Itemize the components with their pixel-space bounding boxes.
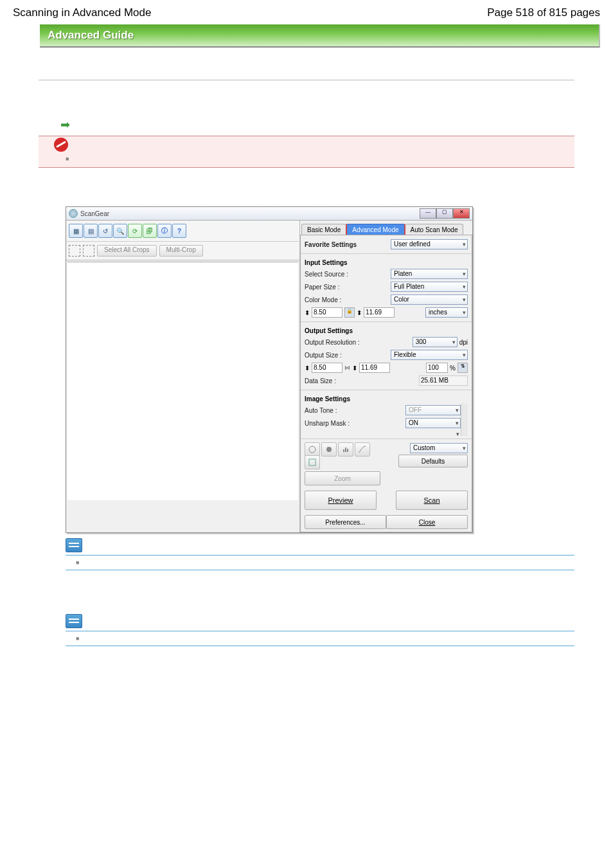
copy-icon[interactable]: 🗐 xyxy=(143,224,157,238)
settings-panel: Basic Mode Advanced Mode Auto Scan Mode … xyxy=(299,221,472,532)
note-bullet: ■ xyxy=(66,631,574,646)
svg-point-0 xyxy=(309,446,315,453)
select-source-select[interactable]: Platen xyxy=(391,269,468,279)
tab-basic-mode[interactable]: Basic Mode xyxy=(301,224,346,235)
input-height-field[interactable]: 11.69 xyxy=(364,307,395,318)
width-icon: ⬍ xyxy=(305,365,310,372)
scangear-window: ScanGear — ▢ ✕ ▦ ▤ ↺ 🔍 ⟳ 🗐 ⓘ ? xyxy=(66,206,473,533)
auto-tone-label: Auto Tone : xyxy=(305,407,337,414)
scan-button[interactable]: Scan xyxy=(396,491,468,510)
minimize-button[interactable]: — xyxy=(420,208,436,219)
important-bullet: ■ xyxy=(54,152,574,163)
color-mode-label: Color Mode : xyxy=(305,296,341,303)
data-size-value: 25.61 MB xyxy=(419,375,468,386)
image-settings-title: Image Settings xyxy=(305,393,468,404)
zoom-icon[interactable]: 🔍 xyxy=(113,224,127,238)
svg-rect-2 xyxy=(343,449,344,452)
toolbar: ▦ ▤ ↺ 🔍 ⟳ 🗐 ⓘ ? xyxy=(66,221,299,242)
link-icon[interactable]: ⋈ xyxy=(344,365,350,371)
auto-tone-select[interactable]: OFF xyxy=(405,405,461,415)
custom-select[interactable]: Custom xyxy=(410,443,468,453)
output-height-field[interactable]: 11.69 xyxy=(359,363,390,373)
divider xyxy=(301,253,472,254)
note-icon xyxy=(66,538,82,552)
svg-rect-3 xyxy=(345,448,346,452)
select-all-crops-button[interactable]: Select All Crops xyxy=(97,245,157,257)
svg-rect-5 xyxy=(309,459,315,466)
unit-select[interactable]: inches xyxy=(425,307,468,318)
tab-auto-scan-mode[interactable]: Auto Scan Mode xyxy=(405,224,464,235)
preview-button[interactable]: Preview xyxy=(305,491,377,510)
color-mode-select[interactable]: Color xyxy=(391,294,468,305)
output-resolution-label: Output Resolution : xyxy=(305,339,360,346)
app-icon xyxy=(69,209,78,218)
note-icon xyxy=(66,614,82,628)
crop-toolbar: Select All Crops Multi-Crop xyxy=(66,242,299,260)
unsharp-mask-select[interactable]: ON xyxy=(405,418,461,428)
divider xyxy=(301,390,472,390)
paper-size-label: Paper Size : xyxy=(305,284,339,291)
dpi-label: dpi xyxy=(459,339,468,346)
close-window-button[interactable]: Close xyxy=(386,515,468,529)
height-icon: ⬍ xyxy=(357,309,362,316)
window-title: ScanGear xyxy=(80,210,109,217)
divider xyxy=(301,321,472,322)
output-size-label: Output Size : xyxy=(305,352,342,359)
favorite-settings-select[interactable]: User defined xyxy=(391,239,468,249)
crop-deselect-icon[interactable] xyxy=(83,245,94,257)
data-size-label: Data Size : xyxy=(305,377,336,384)
header-right: Page 518 of 815 pages xyxy=(487,6,600,19)
output-resolution-select[interactable]: 300 xyxy=(413,337,458,347)
crop-select-icon[interactable] xyxy=(69,245,80,257)
width-icon: ⬍ xyxy=(305,309,310,316)
ratio-field[interactable]: 100 xyxy=(426,363,448,373)
output-settings-title: Output Settings xyxy=(305,325,468,336)
step-arrow-row: ➡ xyxy=(60,118,574,132)
arrow-right-icon: ➡ xyxy=(60,118,70,131)
output-width-field[interactable]: 8.50 xyxy=(312,363,342,373)
prohibited-icon xyxy=(54,138,68,152)
preview-area[interactable] xyxy=(67,262,298,500)
zoom-button[interactable]: Zoom xyxy=(305,471,380,485)
lock-icon[interactable]: 🔒 xyxy=(344,307,355,318)
guide-banner: Advanced Guide xyxy=(40,24,600,48)
favorite-settings-label: Favorite Settings xyxy=(305,241,357,248)
maximize-button[interactable]: ▢ xyxy=(436,208,453,219)
input-width-field[interactable]: 8.50 xyxy=(312,307,342,318)
unsharp-mask-label: Unsharp Mask : xyxy=(305,420,350,427)
divider xyxy=(39,80,574,80)
scrollbar[interactable] xyxy=(461,404,468,436)
final-review-icon[interactable] xyxy=(305,455,320,469)
svg-rect-4 xyxy=(347,449,348,452)
important-block: ■ xyxy=(39,136,574,168)
thumb-list-icon[interactable]: ▤ xyxy=(84,224,98,238)
select-source-label: Select Source : xyxy=(305,271,348,278)
tab-advanced-mode[interactable]: Advanced Mode xyxy=(346,224,405,235)
info-icon[interactable]: ⟳ xyxy=(128,224,142,238)
note-bullet: ■ xyxy=(66,555,574,570)
svg-point-1 xyxy=(326,447,332,452)
divider xyxy=(301,439,472,439)
preferences-button[interactable]: Preferences... xyxy=(305,515,386,529)
header-left: Scanning in Advanced Mode xyxy=(13,6,152,19)
thumb-grid-icon[interactable]: ▦ xyxy=(69,224,83,238)
circle-info-icon[interactable]: ⓘ xyxy=(157,224,172,238)
height-icon: ⬍ xyxy=(352,365,357,372)
banner-title: Advanced Guide xyxy=(48,29,134,42)
orientation-icon[interactable]: ⇅ xyxy=(458,363,468,373)
input-settings-title: Input Settings xyxy=(305,257,468,267)
defaults-button[interactable]: Defaults xyxy=(398,455,468,467)
rotate-left-icon[interactable]: ↺ xyxy=(98,224,112,238)
paper-size-select[interactable]: Full Platen xyxy=(391,282,468,292)
help-icon[interactable]: ? xyxy=(172,224,186,238)
titlebar: ScanGear — ▢ ✕ xyxy=(66,207,472,221)
output-size-select[interactable]: Flexible xyxy=(391,350,468,360)
percent-label: % xyxy=(450,365,456,372)
multi-crop-button[interactable]: Multi-Crop xyxy=(159,245,203,257)
close-button[interactable]: ✕ xyxy=(453,208,470,219)
